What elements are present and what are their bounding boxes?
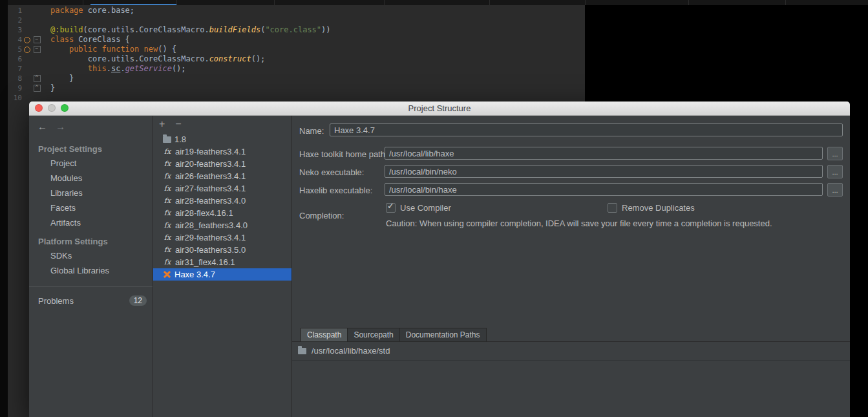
sidebar-item-sdks[interactable]: SDKs	[29, 248, 153, 263]
code-lines[interactable]: package core.base; @:build(core.utils.Co…	[50, 6, 331, 103]
browse-button[interactable]: ...	[827, 183, 843, 197]
line-number: 4	[8, 36, 22, 44]
sdk-list-item[interactable]: fxair19-feathers3.4.1	[153, 145, 291, 158]
sidebar-sections: Project SettingsProjectModulesLibrariesF…	[29, 142, 153, 278]
sdk-list-item[interactable]: Haxe 3.4.7	[153, 268, 291, 281]
tab-divider	[785, 0, 786, 5]
gutter-row: 3	[8, 25, 43, 35]
sidebar-item-global-libraries[interactable]: Global Libraries	[29, 263, 153, 278]
sdk-name-field[interactable]	[330, 123, 843, 136]
checkbox-checked-icon	[386, 203, 396, 213]
flex-sdk-icon: fx	[163, 160, 172, 168]
haxe-icon	[163, 270, 171, 279]
sdk-item-label: air30-feathers3.5.0	[175, 245, 246, 255]
gutter-row: 1	[8, 6, 43, 16]
sdk-list-item[interactable]: fxair31_flex4.16.1	[153, 256, 291, 268]
fold-marker-icon[interactable]: ^	[34, 85, 41, 92]
neko-executable-field[interactable]	[385, 165, 823, 178]
sdk-item-label: air26-feathers3.4.1	[175, 171, 246, 181]
sdk-item-label: air28-feathers3.4.0	[175, 196, 246, 206]
sdk-list-item[interactable]: fxair20-feathers3.4.1	[153, 158, 291, 170]
dialog-title: Project Structure	[408, 103, 471, 113]
sidebar-item-facets[interactable]: Facets	[29, 200, 153, 215]
field-label: Haxe toolkit home path:	[299, 149, 388, 159]
code-line: public function new() {	[50, 45, 331, 54]
back-icon[interactable]: ←	[37, 121, 47, 138]
sdk-item-label: air27-feathers3.4.1	[175, 184, 246, 193]
haxe-toolkit-home-path-field[interactable]	[385, 147, 823, 160]
sdk-config-panel: Name: Haxe toolkit home path:...Neko exe…	[292, 116, 850, 417]
sidebar-item-project[interactable]: Project	[29, 156, 153, 171]
gutter-row: 2	[8, 16, 43, 25]
sdk-list-item[interactable]: fxair28_feathers3.4.0	[153, 219, 291, 231]
tab-documentation-paths[interactable]: Documentation Paths	[399, 328, 487, 342]
tab-divider	[83, 0, 83, 5]
sdk-item-label: air20-feathers3.4.1	[175, 159, 246, 169]
name-label: Name:	[299, 126, 324, 136]
code-line: }	[50, 74, 331, 83]
fold-marker-icon[interactable]: −	[34, 46, 41, 53]
code-line: class CoreClass {	[50, 35, 331, 45]
line-number: 9	[8, 84, 22, 92]
sidebar-section-header: Platform Settings	[29, 235, 153, 248]
remove-duplicates-checkbox[interactable]: Remove Duplicates	[608, 202, 695, 213]
flex-sdk-icon: fx	[163, 209, 172, 217]
sidebar-item-modules[interactable]: Modules	[29, 171, 153, 186]
form-row: Haxe toolkit home path:...	[292, 147, 850, 161]
folder-icon	[163, 136, 171, 143]
dialog-body: ← → Project SettingsProjectModulesLibrar…	[29, 116, 850, 417]
history-nav: ← →	[29, 116, 153, 138]
sdk-list-item[interactable]: fxair26-feathers3.4.1	[153, 170, 291, 182]
fold-marker-icon[interactable]: ^	[34, 75, 41, 82]
fold-marker-icon[interactable]: −	[34, 36, 41, 43]
sdk-list-item[interactable]: fxair27-feathers3.4.1	[153, 182, 291, 195]
gutter-row: 7	[8, 64, 43, 74]
tab-divider	[489, 0, 490, 5]
code-line: this.sc.getService();	[50, 64, 331, 74]
sidebar-divider	[29, 286, 153, 287]
dialog-titlebar[interactable]: Project Structure	[29, 102, 850, 116]
use-compiler-label: Use Compiler	[400, 203, 451, 213]
sdk-list-item[interactable]: 1.8	[153, 133, 291, 145]
line-number: 2	[8, 16, 22, 25]
folder-icon	[298, 348, 306, 354]
minimize-button[interactable]	[48, 104, 56, 112]
sidebar-item-artifacts[interactable]: Artifacts	[29, 215, 153, 230]
zoom-button[interactable]	[61, 104, 69, 112]
problems-count-badge: 12	[129, 295, 147, 306]
sdk-item-label: air19-feathers3.4.1	[175, 147, 246, 156]
line-number: 6	[8, 55, 22, 63]
completion-label: Completion:	[299, 211, 344, 220]
code-line: core.utils.CoreClassMacro.construct();	[50, 54, 331, 64]
forward-icon[interactable]: →	[56, 121, 65, 138]
sidebar-item-libraries[interactable]: Libraries	[29, 186, 153, 200]
sdk-list-item[interactable]: fxair28-feathers3.4.0	[153, 195, 291, 207]
tab-divider	[384, 0, 385, 5]
sdk-item-label: air29-feathers3.4.1	[175, 233, 246, 242]
use-compiler-checkbox[interactable]: Use Compiler	[386, 202, 451, 213]
screen: 1234−5−678^9^10 package core.base; @:bui…	[0, 0, 868, 417]
classpath-row[interactable]: /usr/local/lib/haxe/std	[292, 342, 850, 359]
tab-divider	[274, 0, 275, 5]
tab-classpath[interactable]: Classpath	[301, 328, 347, 342]
sdk-list-item[interactable]: fxair29-feathers3.4.1	[153, 231, 291, 244]
sidebar-item-problems[interactable]: Problems 12	[29, 293, 153, 308]
haxelib-executable-field[interactable]	[385, 183, 823, 196]
flex-sdk-icon: fx	[163, 184, 172, 193]
gutter-row: 9^	[8, 83, 43, 93]
browse-button[interactable]: ...	[827, 147, 843, 160]
name-row: Name:	[292, 123, 850, 138]
code-line	[50, 16, 331, 25]
sdk-list-item[interactable]: fxair28-flex4.16.1	[153, 207, 291, 219]
settings-sidebar: ← → Project SettingsProjectModulesLibrar…	[29, 116, 153, 417]
sdk-list-item[interactable]: fxair30-feathers3.5.0	[153, 244, 291, 256]
override-marker-icon[interactable]	[24, 47, 30, 53]
browse-button[interactable]: ...	[827, 165, 843, 178]
code-line: }	[50, 83, 331, 93]
tab-sourcepath[interactable]: Sourcepath	[347, 328, 399, 342]
editor-tab-bar[interactable]	[8, 0, 868, 5]
override-marker-icon[interactable]	[24, 37, 30, 43]
tab-divider	[176, 0, 177, 5]
close-button[interactable]	[35, 104, 43, 112]
flex-sdk-icon: fx	[163, 233, 172, 242]
